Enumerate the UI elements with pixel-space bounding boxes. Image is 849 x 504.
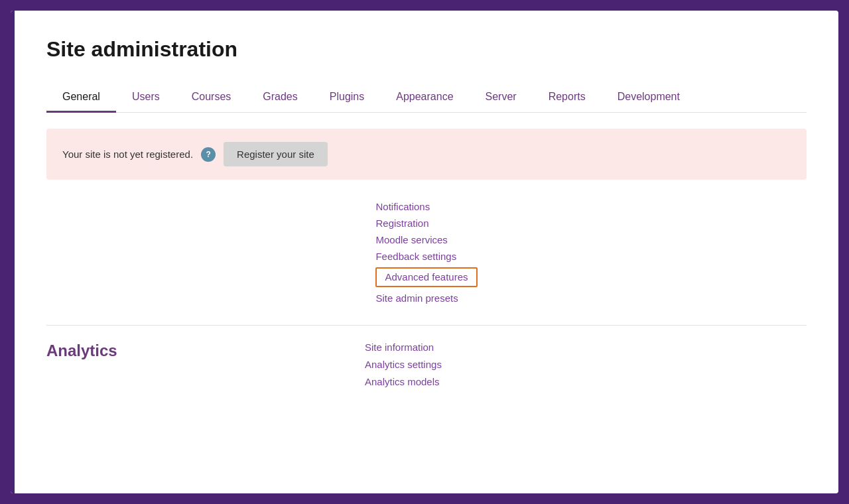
analytics-section: Analytics Site information Analytics set… xyxy=(46,342,807,388)
tab-courses[interactable]: Courses xyxy=(176,83,247,113)
link-advanced-features[interactable]: Advanced features xyxy=(385,271,468,283)
link-advanced-features-wrapper: Advanced features xyxy=(375,267,477,287)
list-item: Site information xyxy=(365,342,807,353)
banner-text: Your site is not yet registered. xyxy=(62,149,193,160)
section-divider xyxy=(46,325,807,326)
link-notifications[interactable]: Notifications xyxy=(375,201,430,212)
tabs-navigation: General Users Courses Grades Plugins App… xyxy=(46,83,807,113)
register-site-button[interactable]: Register your site xyxy=(224,142,328,166)
page-title: Site administration xyxy=(46,37,807,62)
analytics-right: Site information Analytics settings Anal… xyxy=(365,342,807,388)
tab-appearance[interactable]: Appearance xyxy=(380,83,469,113)
analytics-left: Analytics xyxy=(46,342,365,365)
link-registration[interactable]: Registration xyxy=(375,218,428,229)
tab-plugins[interactable]: Plugins xyxy=(314,83,380,113)
link-analytics-models[interactable]: Analytics models xyxy=(365,376,440,387)
analytics-links-list: Site information Analytics settings Anal… xyxy=(365,342,807,388)
tab-reports[interactable]: Reports xyxy=(533,83,602,113)
link-site-admin-presets[interactable]: Site admin presets xyxy=(375,292,458,304)
tab-users[interactable]: Users xyxy=(116,83,176,113)
registration-banner: Your site is not yet registered. ? Regis… xyxy=(46,129,807,180)
help-icon[interactable]: ? xyxy=(201,147,216,162)
tab-grades[interactable]: Grades xyxy=(247,83,313,113)
tab-development[interactable]: Development xyxy=(602,83,696,113)
link-moodle-services[interactable]: Moodle services xyxy=(375,234,447,245)
tab-server[interactable]: Server xyxy=(470,83,533,113)
analytics-section-title: Analytics xyxy=(46,342,365,360)
link-site-information[interactable]: Site information xyxy=(365,342,434,353)
link-feedback-settings[interactable]: Feedback settings xyxy=(375,251,456,262)
tab-general[interactable]: General xyxy=(46,83,116,113)
general-links-area: Notifications Registration Moodle servic… xyxy=(46,201,807,304)
general-links-column: Notifications Registration Moodle servic… xyxy=(375,201,477,304)
link-analytics-settings[interactable]: Analytics settings xyxy=(365,359,442,370)
list-item: Analytics models xyxy=(365,376,807,388)
list-item: Analytics settings xyxy=(365,359,807,371)
